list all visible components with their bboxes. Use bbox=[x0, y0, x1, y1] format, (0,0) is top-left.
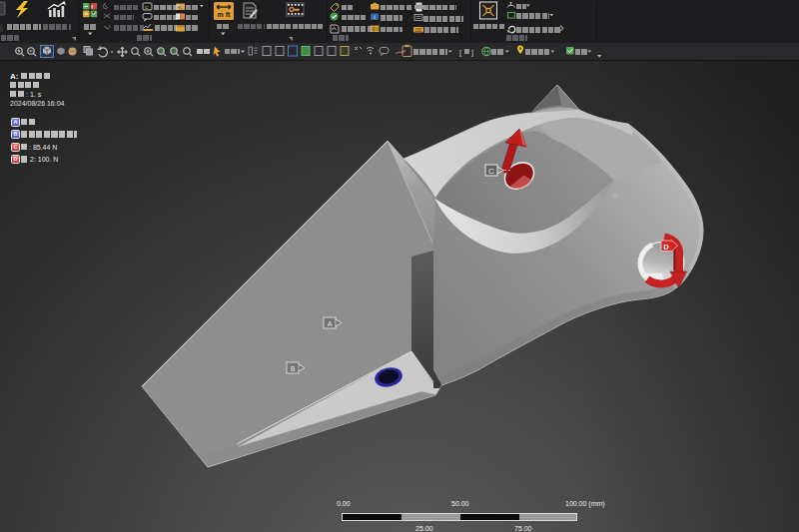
svg-text:A: A bbox=[328, 320, 333, 327]
svg-text:m ft: m ft bbox=[218, 11, 232, 18]
svg-text:[: [ bbox=[459, 48, 462, 57]
svg-text:C: C bbox=[488, 167, 494, 176]
svg-text:D: D bbox=[663, 243, 669, 252]
svg-text:B: B bbox=[291, 365, 296, 372]
svg-text:c: c bbox=[145, 4, 148, 10]
svg-text:]: ] bbox=[471, 48, 473, 57]
svg-text:i: i bbox=[374, 14, 375, 20]
